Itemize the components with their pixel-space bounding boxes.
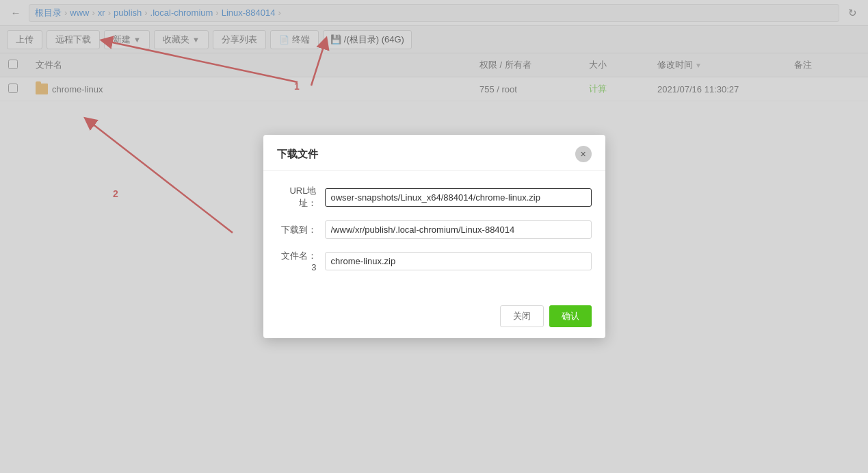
filename-row: 文件名：3 bbox=[277, 250, 592, 272]
dialog-body: URL地址： 下载到： 文件名：3 bbox=[263, 171, 605, 297]
dest-input[interactable] bbox=[325, 220, 592, 239]
dialog-overlay: 下载文件 × URL地址： 下载到： 文件名：3 关闭 bbox=[0, 0, 868, 473]
url-row: URL地址： bbox=[277, 185, 592, 209]
url-input[interactable] bbox=[325, 188, 592, 207]
filename-input[interactable] bbox=[325, 252, 592, 270]
cancel-button[interactable]: 关闭 bbox=[500, 305, 544, 327]
dialog-close-button[interactable]: × bbox=[575, 146, 592, 162]
dest-label: 下载到： bbox=[277, 224, 325, 236]
download-dialog: 下载文件 × URL地址： 下载到： 文件名：3 关闭 bbox=[263, 135, 605, 338]
confirm-button[interactable]: 确认 bbox=[549, 305, 592, 327]
close-icon: × bbox=[580, 149, 586, 159]
dialog-footer: 关闭 确认 bbox=[263, 297, 605, 338]
dialog-header: 下载文件 × bbox=[263, 135, 605, 171]
dest-row: 下载到： bbox=[277, 220, 592, 239]
dialog-title: 下载文件 bbox=[277, 148, 318, 161]
url-label: URL地址： bbox=[277, 185, 325, 209]
filename-label: 文件名：3 bbox=[277, 250, 325, 272]
